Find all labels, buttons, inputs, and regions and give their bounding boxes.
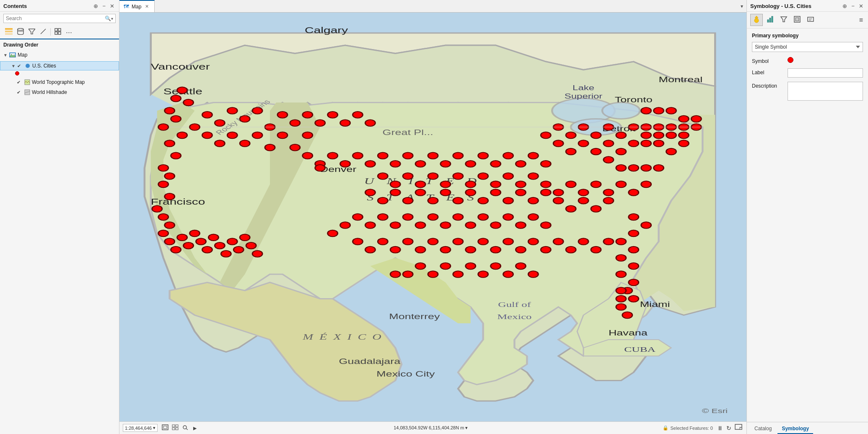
paint-icon-btn[interactable]: ⋯ [64, 28, 74, 36]
svg-point-20 [602, 103, 640, 119]
cities-checkbox[interactable]: ✔ [17, 63, 23, 69]
svg-point-217 [491, 247, 501, 253]
svg-point-186 [378, 198, 388, 204]
svg-point-107 [503, 152, 513, 159]
svg-point-90 [365, 120, 375, 126]
svg-text:Monterrey: Monterrey [389, 312, 440, 321]
svg-text:© Esri: © Esri [702, 408, 728, 414]
world-topo-row[interactable]: ✔ World Topographic Map [0, 78, 119, 86]
lock-icon: 🔒 [663, 425, 668, 431]
svg-point-197 [466, 222, 476, 229]
search-input[interactable] [6, 16, 105, 21]
svg-point-196 [453, 214, 463, 221]
svg-point-71 [221, 250, 231, 257]
sym-symbol-row: Symbol [752, 57, 863, 64]
svg-point-199 [491, 222, 501, 229]
svg-point-115 [553, 140, 563, 147]
svg-rect-8 [55, 29, 57, 31]
appearance-tool-btn[interactable] [750, 14, 763, 26]
svg-point-265 [503, 173, 513, 179]
us-cities-item: ▼ ✔ U.S. Cities [0, 60, 119, 77]
map-container[interactable]: UNITED STATES MÉXICO Gulf of Mexico CUBA… [119, 13, 746, 421]
label-tool-btn[interactable] [805, 14, 816, 26]
grid-icon-btn[interactable] [53, 27, 63, 37]
sym-close-btn[interactable]: ✕ [858, 3, 865, 10]
coord-dropdown[interactable]: ▾ [465, 425, 468, 430]
sym-label-input[interactable] [788, 68, 863, 78]
sym-toolbar: ≡ [747, 12, 868, 29]
svg-point-157 [629, 214, 639, 221]
svg-point-161 [629, 247, 639, 253]
world-topo-name: World Topographic Map [32, 79, 116, 85]
layers-icon-btn[interactable] [3, 27, 14, 37]
topo-checkbox[interactable]: ✔ [17, 80, 23, 85]
svg-point-84 [290, 120, 300, 126]
filter-tool-btn[interactable] [778, 14, 790, 26]
cities-layer-icon [25, 63, 31, 69]
map-tab[interactable]: 🗺 Map ✕ [119, 0, 155, 12]
svg-point-165 [629, 279, 639, 286]
world-hillshade-row[interactable]: ✔ World Hillshade [0, 88, 119, 96]
map-layer-row[interactable]: ▼ Map [0, 50, 119, 60]
svg-point-138 [666, 132, 676, 139]
arrow-icon-btn[interactable]: ► [191, 424, 199, 432]
filter-icon-btn[interactable] [27, 27, 37, 37]
symbology-tab[interactable]: Symbology [777, 424, 813, 434]
close-button[interactable]: ✕ [109, 3, 116, 10]
us-cities-row[interactable]: ▼ ✔ U.S. Cities [0, 61, 119, 70]
tab-overflow-arrow[interactable]: ▾ [737, 0, 746, 12]
grid-view-icon-btn[interactable] [171, 424, 179, 432]
edit-icon-btn[interactable] [38, 27, 48, 37]
fullscreen-icon-btn[interactable] [161, 424, 169, 432]
svg-point-106 [491, 161, 501, 167]
svg-point-216 [478, 238, 488, 245]
world-hillshade-item: ✔ World Hillshade [0, 87, 119, 97]
map-export-btn[interactable] [734, 423, 743, 433]
svg-point-153 [654, 165, 664, 172]
svg-point-94 [340, 161, 350, 167]
svg-text:Great Pl...: Great Pl... [383, 128, 433, 137]
database-icon-btn[interactable] [16, 27, 26, 37]
svg-point-50 [158, 124, 168, 130]
mask-tool-btn[interactable] [791, 14, 803, 26]
catalog-tab[interactable]: Catalog [750, 424, 776, 434]
hillshade-checkbox[interactable]: ✔ [17, 90, 23, 95]
sym-symbol-value [788, 57, 863, 63]
refresh-btn[interactable]: ↻ [725, 424, 732, 432]
sym-symbol-dot[interactable] [788, 57, 793, 63]
sym-overflow-menu-btn[interactable]: ≡ [858, 16, 865, 25]
svg-point-172 [604, 198, 614, 204]
sym-desc-input[interactable] [788, 82, 863, 101]
svg-rect-287 [795, 18, 799, 21]
status-right-icons: ⏸ ↻ [716, 423, 743, 433]
map-tab-close[interactable]: ✕ [144, 3, 150, 10]
svg-point-242 [622, 312, 632, 319]
svg-point-97 [378, 152, 388, 159]
vary-tool-btn[interactable] [764, 14, 776, 26]
pause-btn[interactable]: ⏸ [716, 424, 724, 432]
svg-point-215 [466, 247, 476, 253]
svg-rect-282 [767, 20, 769, 22]
sym-type-dropdown[interactable]: Single Symbol Unique Values Graduated Co… [752, 42, 863, 52]
svg-point-241 [616, 304, 626, 310]
sym-minimize-btn[interactable]: − [850, 3, 856, 10]
svg-point-47 [184, 99, 194, 106]
svg-point-252 [215, 140, 225, 147]
map-layer-name: Map [18, 52, 116, 58]
svg-point-195 [440, 222, 451, 229]
svg-point-128 [654, 107, 664, 114]
zoom-icon-btn[interactable] [181, 424, 189, 432]
svg-point-122 [604, 156, 614, 163]
pin-button[interactable]: ⊕ [92, 3, 99, 10]
svg-point-280 [754, 18, 759, 23]
svg-point-190 [378, 214, 388, 221]
search-dropdown-arrow[interactable]: ▾ [111, 16, 113, 21]
layer-tree: ▼ Map ▼ ✔ U.S. Cities [0, 49, 119, 434]
sym-pin-btn[interactable]: ⊕ [841, 3, 848, 10]
minimize-button[interactable]: − [101, 3, 107, 10]
scale-selector[interactable]: 1:28,464,646 ▾ [123, 424, 158, 432]
svg-point-258 [415, 181, 425, 188]
svg-point-246 [290, 144, 300, 151]
svg-point-141 [641, 140, 651, 147]
svg-point-223 [566, 247, 576, 253]
